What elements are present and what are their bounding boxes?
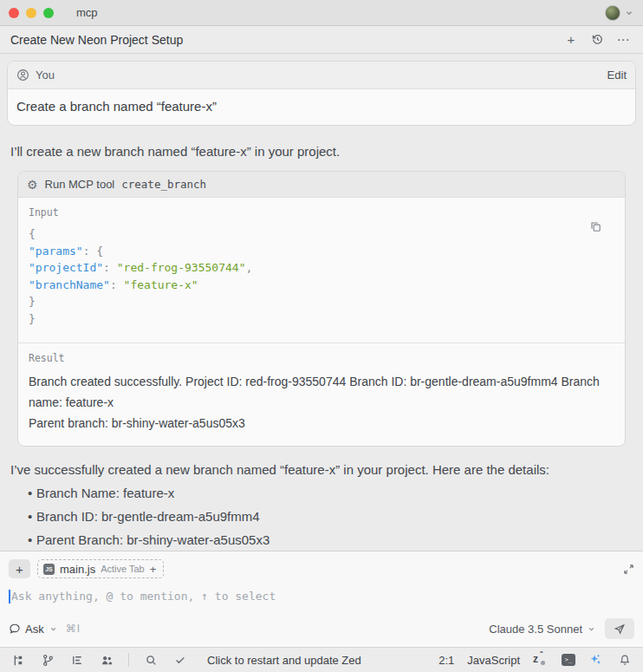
mode-label: Ask [25,623,44,636]
user-message-header: You Edit [8,62,635,89]
chat-bubble-icon [9,623,21,635]
chevron-down-icon [624,8,634,18]
copy-button[interactable] [589,220,602,233]
add-context-button[interactable]: + [9,559,30,578]
project-panel-icon[interactable] [9,650,28,669]
zeta-dot [541,661,545,665]
terminal-icon[interactable]: >_ [562,654,575,666]
input-label: Input [29,206,614,219]
mode-selector[interactable]: Ask ⌘I [9,623,81,636]
edit-prediction-icon[interactable]: z ˆ [533,653,549,667]
tool-call-card: ⚙ Run MCP tool create_branch Input { "pa… [17,171,626,447]
detail-text: Parent Branch: br-shiny-water-a5us05x3 [36,532,270,547]
thread-tab-bar: Create New Neon Project Setup + ⋯ [0,26,643,54]
user-avatar[interactable] [605,5,620,21]
list-item: Branch Name: feature-x [7,486,636,500]
divider [128,653,129,667]
more-options-button[interactable]: ⋯ [614,30,633,49]
history-button[interactable] [588,30,607,49]
model-name: Claude 3.5 Sonnet [489,623,582,636]
tool-input-section: Input { "params": { "projectId": "red-fr… [18,198,625,343]
branch-details-list: Branch Name: feature-x Branch ID: br-gen… [7,486,636,551]
chevron-down-icon [587,624,596,634]
edit-message-button[interactable]: Edit [607,69,627,82]
minimize-window-button[interactable] [26,8,36,18]
text-cursor [9,590,10,603]
assistant-intro-text: I’ll create a new branch named “feature-… [7,144,636,159]
result-label: Result [29,352,614,364]
message-composer: + JS main.js Active Tab + Ask anything, … [0,551,643,647]
javascript-file-icon: JS [43,564,55,575]
detail-text: Branch Name: feature-x [36,486,174,500]
input-code: { "params": { "projectId": "red-frog-935… [29,225,614,327]
search-icon[interactable] [141,650,160,669]
window-title: mcp [76,6,98,19]
list-item: Parent Branch: br-shiny-water-a5us05x3 [7,532,636,547]
maximize-window-button[interactable] [43,8,54,18]
tool-call-header[interactable]: ⚙ Run MCP tool create_branch [18,172,625,198]
plus-icon: + [16,562,23,577]
title-bar: mcp [0,0,643,26]
close-window-button[interactable] [9,8,19,18]
gear-icon: ⚙ [27,179,38,191]
chevron-down-icon [49,624,58,634]
tool-result-text: Branch created successfully. Project ID:… [29,371,614,434]
git-branch-icon[interactable] [38,650,57,669]
zed-window: mcp Create New Neon Project Setup + ⋯ [0,0,643,672]
cursor-position[interactable]: 2:1 [438,654,454,667]
new-thread-button[interactable]: + [562,30,581,49]
collaboration-icon[interactable] [97,650,116,669]
assistant-summary-text: I’ve successfully created a new branch n… [7,462,636,477]
window-controls [9,8,54,18]
result-line: Parent branch: br-shiny-water-a5us05x3 [29,413,614,434]
outline-panel-icon[interactable] [68,650,87,669]
tool-call-label: Run MCP tool [45,178,115,191]
diagnostics-check-icon[interactable] [171,650,190,669]
result-line: Branch created successfully. Project ID:… [29,371,614,413]
send-icon [614,623,626,635]
tool-result-section: Result Branch created successfully. Proj… [18,343,625,446]
prompt-placeholder: Ask anything, @ to mention, ↑ to select [11,590,276,603]
message-author: You [36,69,55,82]
context-file-name: main.js [60,563,95,576]
ellipsis-icon: ⋯ [617,32,630,48]
tool-name: create_branch [121,178,206,191]
language-selector[interactable]: JavaScript [467,654,520,667]
prompt-input[interactable]: Ask anything, @ to mention, ↑ to select [9,579,634,617]
plus-icon: + [150,563,157,576]
history-icon [591,33,604,46]
conversation-panel: You Edit Create a branch named “feature-… [0,54,643,551]
account-menu[interactable] [605,5,634,21]
expand-composer-button[interactable] [623,564,634,575]
assistant-sparkle-icon[interactable] [588,653,602,667]
plus-icon: + [568,32,575,47]
zeta-glyph: z [533,653,538,665]
update-zed-button[interactable]: Click to restart and update Zed [207,654,361,667]
active-tab-badge: Active Tab [101,564,145,574]
zeta-caret: ˆ [540,650,542,660]
mode-shortcut: ⌘I [66,623,81,635]
notifications-bell-icon[interactable] [615,650,634,669]
thread-title[interactable]: Create New Neon Project Setup [10,33,183,47]
person-icon [16,69,29,82]
context-chip-main-js[interactable]: JS main.js Active Tab + [37,559,164,578]
send-button[interactable] [605,618,634,639]
detail-text: Branch ID: br-gentle-dream-a5u9fmm4 [36,509,260,524]
user-message-text[interactable]: Create a branch named “feature-x” [8,89,635,125]
user-message-card: You Edit Create a branch named “feature-… [7,61,636,126]
status-bar: Click to restart and update Zed 2:1 Java… [0,647,643,672]
list-item: Branch ID: br-gentle-dream-a5u9fmm4 [7,509,636,524]
model-selector[interactable]: Claude 3.5 Sonnet [489,623,596,636]
